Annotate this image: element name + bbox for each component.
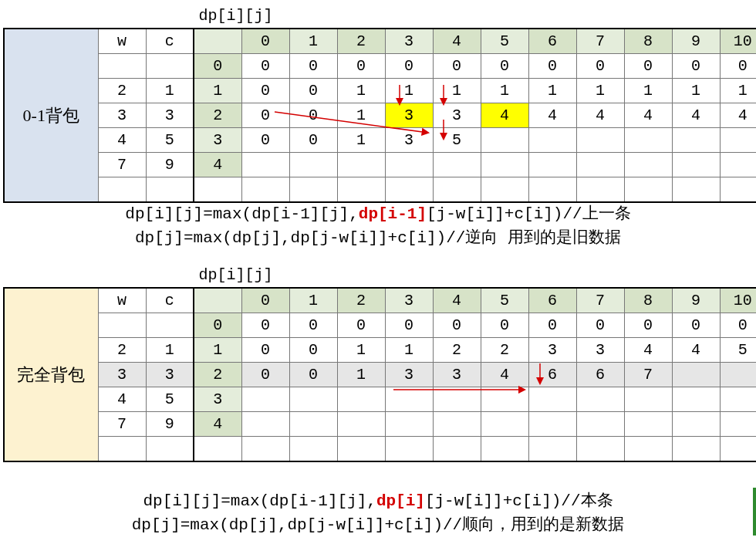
cell bbox=[528, 153, 576, 177]
cell bbox=[672, 128, 720, 153]
col-c-label: c bbox=[146, 288, 194, 313]
jcol: 5 bbox=[481, 288, 528, 313]
cell bbox=[385, 153, 433, 177]
jcol: 0 bbox=[241, 288, 289, 313]
cell: 0 bbox=[289, 79, 337, 103]
knapsack-01-table: dp[i][j] 0-1背包 w c 0 1 2 3 4 5 6 7 8 9 1… bbox=[3, 3, 756, 203]
cell bbox=[576, 387, 624, 412]
cell bbox=[337, 387, 385, 412]
cell: 3 bbox=[433, 363, 481, 387]
section-01-title: 0-1背包 bbox=[4, 29, 98, 202]
cell: 2 bbox=[433, 338, 481, 363]
cell: 1 bbox=[576, 79, 624, 103]
cell: 1 bbox=[624, 79, 672, 103]
jcol: 0 bbox=[241, 29, 289, 54]
irow: 1 bbox=[194, 79, 241, 103]
cell: 0 bbox=[241, 313, 289, 338]
col-c-label: c bbox=[146, 29, 194, 54]
cell: 0 bbox=[576, 313, 624, 338]
cell bbox=[433, 412, 481, 437]
cell bbox=[481, 412, 528, 437]
formula-01-a: dp[i][j]=max(dp[i-1][j],dp[i-1][j-w[i]]+… bbox=[0, 202, 756, 224]
jcol: 2 bbox=[337, 29, 385, 54]
cell bbox=[672, 363, 720, 387]
cell: 0 bbox=[720, 313, 756, 338]
cell: 1 bbox=[337, 79, 385, 103]
cell-highlight: 4 bbox=[481, 103, 528, 128]
f1a-post: [j-w[i]]+c[i])//上一条 bbox=[427, 205, 631, 223]
cell: 3 bbox=[385, 128, 433, 153]
jcol: 3 bbox=[385, 288, 433, 313]
formula-complete-b: dp[j]=max(dp[j],dp[j-w[i]]+c[i])//顺向，用到的… bbox=[0, 513, 756, 535]
cell: 3 bbox=[528, 338, 576, 363]
cell: 0 bbox=[433, 54, 481, 79]
cell: 1 bbox=[337, 103, 385, 128]
jcol: 1 bbox=[289, 29, 337, 54]
cell: 0 bbox=[720, 54, 756, 79]
item-w: 7 bbox=[98, 153, 146, 177]
item-c: 1 bbox=[146, 338, 194, 363]
cell: 1 bbox=[672, 79, 720, 103]
irow: 3 bbox=[194, 128, 241, 153]
cell: 0 bbox=[241, 363, 289, 387]
cell bbox=[385, 412, 433, 437]
cell: 1 bbox=[385, 338, 433, 363]
cell: 0 bbox=[576, 54, 624, 79]
jcol: 9 bbox=[672, 29, 720, 54]
cell: 4 bbox=[672, 338, 720, 363]
cell bbox=[720, 363, 756, 387]
cell bbox=[289, 412, 337, 437]
jcol: 7 bbox=[576, 29, 624, 54]
cell: 7 bbox=[624, 363, 672, 387]
cell bbox=[624, 153, 672, 177]
jcol: 9 bbox=[672, 288, 720, 313]
cell: 0 bbox=[241, 79, 289, 103]
cell bbox=[528, 412, 576, 437]
cell: 0 bbox=[241, 338, 289, 363]
cell: 0 bbox=[289, 128, 337, 153]
formula-01-b: dp[j]=max(dp[j],dp[j-w[i]]+c[i])//逆向 用到的… bbox=[0, 226, 756, 248]
cell: 4 bbox=[576, 103, 624, 128]
f2a-red: dp[i] bbox=[376, 492, 425, 510]
jcol: 2 bbox=[337, 288, 385, 313]
jcol: 6 bbox=[528, 29, 576, 54]
item-w bbox=[98, 54, 146, 79]
dp-label-top: dp[i][j] bbox=[194, 4, 756, 29]
f2a-pre: dp[i][j]=max(dp[i-1][j], bbox=[143, 492, 376, 510]
irow: 2 bbox=[194, 363, 241, 387]
jcol: 1 bbox=[289, 288, 337, 313]
jcol: 8 bbox=[624, 288, 672, 313]
cell bbox=[337, 153, 385, 177]
cell bbox=[720, 412, 756, 437]
irow: 3 bbox=[194, 387, 241, 412]
formula-complete-a: dp[i][j]=max(dp[i-1][j],dp[i][j-w[i]]+c[… bbox=[0, 489, 756, 511]
cell bbox=[289, 387, 337, 412]
cell: 1 bbox=[481, 79, 528, 103]
cell: 0 bbox=[385, 54, 433, 79]
col-w-label: w bbox=[98, 29, 146, 54]
cell: 1 bbox=[385, 79, 433, 103]
item-c: 1 bbox=[146, 79, 194, 103]
cell: 0 bbox=[433, 313, 481, 338]
cell bbox=[720, 153, 756, 177]
cell: 0 bbox=[528, 313, 576, 338]
cell: 0 bbox=[289, 313, 337, 338]
item-c: 5 bbox=[146, 128, 194, 153]
irow: 1 bbox=[194, 338, 241, 363]
item-c: 3 bbox=[146, 103, 194, 128]
cell bbox=[576, 128, 624, 153]
cell: 0 bbox=[289, 103, 337, 128]
cell: 5 bbox=[433, 128, 481, 153]
cell: 1 bbox=[337, 363, 385, 387]
cell: 0 bbox=[672, 313, 720, 338]
cell bbox=[624, 128, 672, 153]
jcol: 4 bbox=[433, 288, 481, 313]
cell bbox=[528, 387, 576, 412]
cell-highlight: 3 bbox=[385, 103, 433, 128]
item-c bbox=[146, 54, 194, 79]
cell: 0 bbox=[528, 54, 576, 79]
cell: 0 bbox=[289, 54, 337, 79]
cell: 0 bbox=[481, 54, 528, 79]
item-w: 3 bbox=[98, 363, 146, 387]
cell: 0 bbox=[337, 54, 385, 79]
